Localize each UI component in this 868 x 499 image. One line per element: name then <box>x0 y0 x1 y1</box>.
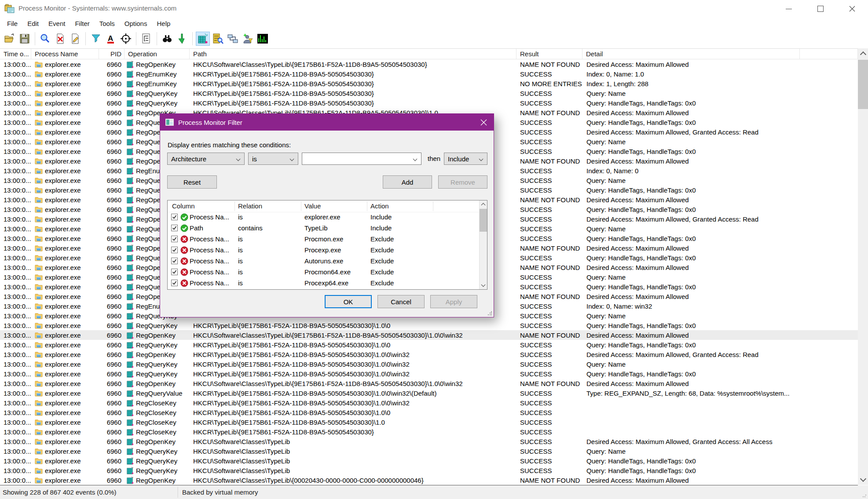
process-name: explorer.exe <box>45 61 81 68</box>
column-header-path[interactable]: Path <box>190 49 516 59</box>
include-window-icon[interactable] <box>119 32 133 46</box>
show-network-icon[interactable] <box>226 32 240 46</box>
scrollbar-thumb[interactable] <box>858 60 868 109</box>
apply-button[interactable]: Apply <box>430 295 477 308</box>
filter-row[interactable]: PathcontainsTypeLibInclude <box>168 223 480 234</box>
table-row[interactable]: 13:00:0...explorer.exe6960RegOpenKeyHKCU… <box>0 475 858 485</box>
filter-row[interactable]: Process Na...isAutoruns.exeExclude <box>168 256 480 267</box>
table-row[interactable]: 13:00:0...explorer.exe6960RegQueryKeyHKC… <box>0 456 858 466</box>
table-row[interactable]: 13:00:0...explorer.exe6960RegEnumKeyHKCR… <box>0 69 858 79</box>
show-profiling-icon[interactable] <box>256 32 270 46</box>
filter-row[interactable]: Process Na...isProcmon.exeExclude <box>168 234 480 245</box>
highlight-icon[interactable]: A <box>104 32 118 46</box>
maximize-button[interactable] <box>805 0 836 18</box>
cancel-button[interactable]: Cancel <box>377 295 425 308</box>
scroll-up-button[interactable] <box>858 49 868 58</box>
detail-value: Query: Name <box>586 138 626 146</box>
table-row[interactable]: 13:00:0...explorer.exe6960RegQueryKeyHKC… <box>0 321 858 330</box>
find-icon[interactable] <box>160 32 174 46</box>
column-header-result[interactable]: Result <box>516 49 582 59</box>
save-icon[interactable] <box>18 32 32 46</box>
table-row[interactable]: 13:00:0...explorer.exe6960RegCloseKeyHKC… <box>0 427 858 437</box>
show-registry-icon[interactable] <box>196 32 210 46</box>
scroll-up-button[interactable] <box>480 200 487 208</box>
filter-column-header-action[interactable]: Action <box>370 202 389 210</box>
open-file-icon[interactable] <box>3 32 17 46</box>
filter-column-header-relation[interactable]: Relation <box>238 202 262 210</box>
main-scrollbar[interactable] <box>858 48 868 485</box>
filter-row[interactable]: Process Na...isProcmon64.exeExclude <box>168 267 480 278</box>
detail-value: Desired Access: Maximum Allowed <box>586 331 689 339</box>
column-header-timeo[interactable]: Time o... <box>0 49 31 59</box>
filter-row-checkbox[interactable] <box>171 269 178 275</box>
registry-op-icon <box>127 341 134 349</box>
table-row[interactable]: 13:00:0...explorer.exe6960RegCloseKeyHKC… <box>0 417 858 427</box>
menu-item-edit[interactable]: Edit <box>22 19 44 28</box>
reset-button[interactable]: Reset <box>167 175 217 189</box>
column-header-detail[interactable]: Detail <box>582 49 858 59</box>
time-value: 13:00:0... <box>4 254 31 262</box>
table-row[interactable]: 13:00:0...explorer.exe6960RegOpenKeyHKCU… <box>0 59 858 69</box>
table-row[interactable]: 13:00:0...explorer.exe6960RegQueryKeyHKC… <box>0 88 858 98</box>
menu-item-filter[interactable]: Filter <box>70 19 94 28</box>
table-row[interactable]: 13:00:0...explorer.exe6960RegQueryValueH… <box>0 388 858 398</box>
show-process-icon[interactable] <box>241 32 255 46</box>
filter-list-scrollbar[interactable] <box>479 200 487 289</box>
table-row[interactable]: 13:00:0...explorer.exe6960RegQueryKeyHKC… <box>0 369 858 379</box>
menu-item-help[interactable]: Help <box>152 19 175 28</box>
dialog-resize-grip[interactable] <box>487 311 492 316</box>
dialog-title-bar[interactable]: Process Monitor Filter <box>160 114 494 131</box>
close-button[interactable] <box>836 0 868 18</box>
filter-column-header-column[interactable]: Column <box>172 202 195 210</box>
filter-icon[interactable] <box>89 32 103 46</box>
add-button[interactable]: Add <box>383 175 432 189</box>
filter-column-header-value[interactable]: Value <box>304 202 321 210</box>
table-row[interactable]: 13:00:0...explorer.exe6960RegEnumKeyHKCR… <box>0 79 858 88</box>
scrollbar-thumb[interactable] <box>480 209 487 232</box>
filter-row[interactable]: Process Na...isProcexp64.exeExclude <box>168 278 480 289</box>
jump-to-icon[interactable] <box>175 32 189 46</box>
scroll-down-button[interactable] <box>480 282 487 289</box>
table-row[interactable]: 13:00:0...explorer.exe6960RegCloseKeyHKC… <box>0 398 858 408</box>
filter-column-dropdown[interactable]: Architecture <box>167 153 245 165</box>
process-tree-icon[interactable] <box>139 32 154 46</box>
table-row[interactable]: 13:00:0...explorer.exe6960RegCloseKeyHKC… <box>0 408 858 417</box>
column-header-processname[interactable]: Process Name <box>31 49 99 59</box>
registry-op-icon <box>127 409 134 416</box>
filter-value-dropdown[interactable] <box>302 153 421 165</box>
filter-row-checkbox[interactable] <box>171 258 178 264</box>
remove-button[interactable]: Remove <box>438 175 487 189</box>
filter-row-checkbox[interactable] <box>171 247 178 253</box>
filter-row-checkbox[interactable] <box>171 280 178 286</box>
menu-item-options[interactable]: Options <box>120 19 152 28</box>
filter-row[interactable]: Process Na...isProcexp.exeExclude <box>168 245 480 256</box>
menu-item-event[interactable]: Event <box>44 19 70 28</box>
table-row[interactable]: 13:00:0...explorer.exe6960RegOpenKeyHKCU… <box>0 330 858 340</box>
table-row[interactable]: 13:00:0...explorer.exe6960RegOpenKeyHKCU… <box>0 437 858 446</box>
filter-action-dropdown[interactable]: Include <box>444 153 487 165</box>
menu-item-tools[interactable]: Tools <box>95 19 120 28</box>
column-header-operation[interactable]: Operation <box>125 49 190 59</box>
table-row[interactable]: 13:00:0...explorer.exe6960RegOpenKeyHKCR… <box>0 350 858 359</box>
minimize-button[interactable] <box>773 0 805 18</box>
clear-icon[interactable] <box>53 32 67 46</box>
scroll-down-button[interactable] <box>858 475 868 484</box>
table-row[interactable]: 13:00:0...explorer.exe6960RegQueryKeyHKC… <box>0 446 858 456</box>
table-row[interactable]: 13:00:0...explorer.exe6960RegQueryKeyHKC… <box>0 466 858 475</box>
column-header-pid[interactable]: PID <box>99 49 125 59</box>
filter-row-checkbox[interactable] <box>171 225 178 231</box>
filter-row-checkbox[interactable] <box>171 214 178 220</box>
capture-icon[interactable] <box>38 32 52 46</box>
table-row[interactable]: 13:00:0...explorer.exe6960RegQueryKeyHKC… <box>0 359 858 369</box>
ok-button[interactable]: OK <box>325 295 372 308</box>
menu-item-file[interactable]: File <box>2 19 22 28</box>
table-row[interactable]: 13:00:0...explorer.exe6960RegOpenKeyHKCU… <box>0 379 858 388</box>
show-filesystem-icon[interactable] <box>211 32 225 46</box>
filter-relation-dropdown[interactable]: is <box>248 153 298 165</box>
autoscroll-icon[interactable] <box>68 32 82 46</box>
dialog-close-button[interactable] <box>473 114 494 131</box>
table-row[interactable]: 13:00:0...explorer.exe6960RegQueryKeyHKC… <box>0 340 858 350</box>
table-row[interactable]: 13:00:0...explorer.exe6960RegQueryKeyHKC… <box>0 98 858 108</box>
filter-row[interactable]: Process Na...isexplorer.exeInclude <box>168 212 480 223</box>
filter-row-checkbox[interactable] <box>171 236 178 242</box>
